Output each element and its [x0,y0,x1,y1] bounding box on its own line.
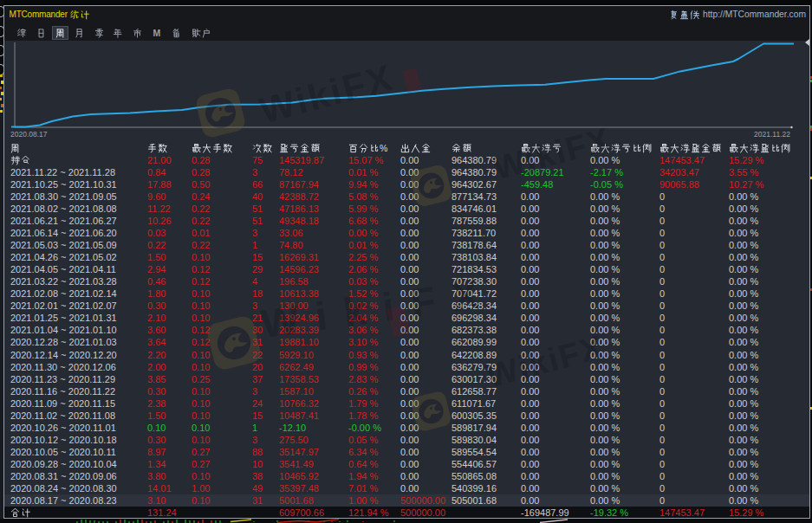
svg-text:2021.11.22: 2021.11.22 [754,130,790,139]
svg-text:2020.08.17: 2020.08.17 [10,130,48,139]
